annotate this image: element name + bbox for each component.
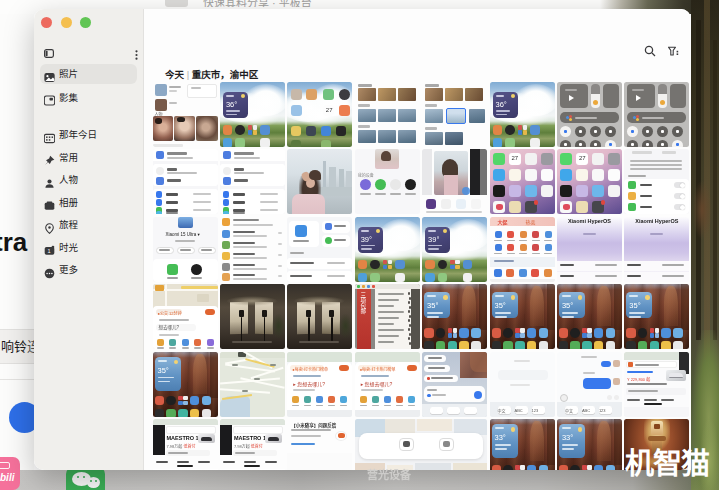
svg-text:1: 1	[47, 248, 50, 254]
